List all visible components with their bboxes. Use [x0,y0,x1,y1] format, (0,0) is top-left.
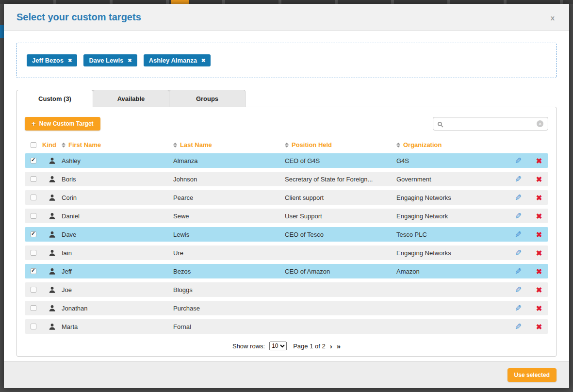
kind-cell [42,194,62,201]
delete-cell: ✖ [530,157,548,164]
delete-icon[interactable]: ✖ [536,157,542,164]
cell-last-name: Purchase [173,305,285,312]
table-row[interactable]: Daniel Sewe User Support Engaging Networ… [25,209,548,223]
row-checkbox-cell [25,324,42,329]
edit-icon[interactable]: ✎ [515,249,522,257]
table-row[interactable]: Joe Bloggs ✎ ✖ [25,282,548,297]
column-label: Position Held [292,141,332,148]
delete-icon[interactable]: ✖ [536,323,542,330]
delete-icon[interactable]: ✖ [536,305,542,312]
edit-icon[interactable]: ✎ [515,175,522,183]
table-row[interactable]: Corin Pearce Client support Engaging Net… [25,190,548,205]
row-checkbox[interactable] [31,158,36,163]
edit-cell: ✎ [507,194,530,202]
table-row[interactable]: Jonathan Purchase ✎ ✖ [25,301,548,315]
row-checkbox-cell [25,305,42,311]
search-box: ✕ [433,117,548,131]
new-custom-target-button[interactable]: + New Custom Target [25,117,100,131]
tab-custom-3[interactable]: Custom (3) [16,90,93,107]
kind-cell [42,249,62,257]
kind-cell [42,323,62,330]
table-row[interactable]: Iain Ure Engaging Networks ✎ ✖ [25,245,548,260]
chip-remove-icon[interactable]: ✖ [128,58,131,63]
delete-icon[interactable]: ✖ [536,176,542,183]
tab-groups[interactable]: Groups [169,90,246,107]
person-icon [49,157,56,164]
delete-icon[interactable]: ✖ [536,268,542,275]
row-checkbox[interactable] [31,268,36,274]
delete-icon[interactable]: ✖ [536,286,542,294]
row-checkbox-cell [25,176,42,182]
delete-cell: ✖ [530,176,548,183]
last-page-button[interactable]: » [337,343,341,350]
cell-organization: Engaging Network [396,212,507,220]
rows-per-page-select[interactable]: 10 [269,342,287,350]
search-input[interactable] [446,120,533,128]
background-page-fragment [0,0,573,4]
row-checkbox[interactable] [31,231,36,237]
column-header[interactable]: First Name [62,141,173,148]
table-row[interactable]: Marta Fornal ✎ ✖ [25,319,548,334]
row-checkbox[interactable] [31,176,36,182]
cell-first-name: Jonathan [62,305,173,312]
selected-target-chip[interactable]: Jeff Bezos ✖ [27,54,77,66]
edit-icon[interactable]: ✎ [515,212,522,220]
row-checkbox[interactable] [31,324,36,329]
edit-icon[interactable]: ✎ [515,323,522,331]
search-icon [438,122,442,126]
table-row[interactable]: Dave Lewis CEO of Tesco Tesco PLC ✎ ✖ [25,227,548,242]
row-checkbox[interactable] [31,250,36,256]
edit-icon[interactable]: ✎ [515,267,522,276]
edit-icon[interactable]: ✎ [515,304,522,312]
cell-organization: Engaging Networks [396,249,507,257]
row-checkbox[interactable] [31,305,36,311]
delete-icon[interactable]: ✖ [536,231,542,238]
kind-cell [42,231,62,238]
edit-icon[interactable]: ✎ [515,157,522,165]
screen: Select your custom targets x Jeff Bezos … [0,0,573,392]
table-row[interactable]: Ashley Almanza CEO of G4S G4S ✎ ✖ [25,153,548,168]
row-checkbox[interactable] [31,195,36,200]
selected-target-chip[interactable]: Ashley Almanza ✖ [144,54,211,66]
row-checkbox[interactable] [31,213,36,219]
chip-remove-icon[interactable]: ✖ [68,58,72,63]
delete-cell: ✖ [530,268,548,275]
table-row[interactable]: Jeff Bezos CEO of Amazon Amazon ✎ ✖ [25,264,548,278]
table-row[interactable]: Boris Johnson Secretary of State for For… [25,172,548,186]
clear-search-icon[interactable]: ✕ [537,120,543,127]
column-header[interactable]: Position Held [285,141,396,148]
cell-position: Client support [285,194,396,201]
use-selected-button[interactable]: Use selected [508,368,557,382]
modal-footer: Use selected [4,361,569,388]
column-header[interactable]: Last Name [173,141,285,148]
page-status: Page 1 of 2 [293,343,326,350]
cell-last-name: Bloggs [173,286,285,294]
selected-target-chip[interactable]: Dave Lewis ✖ [83,54,137,66]
next-page-button[interactable]: › [330,343,332,350]
column-label: Kind [42,141,56,148]
delete-icon[interactable]: ✖ [536,212,542,220]
edit-icon[interactable]: ✎ [515,230,522,239]
cell-organization: G4S [396,157,507,164]
close-button[interactable]: x [551,13,555,21]
edit-icon[interactable]: ✎ [515,194,522,202]
column-header[interactable]: Organization [396,141,507,148]
tab-label: Groups [196,95,218,102]
select-all-checkbox[interactable] [31,142,36,148]
row-checkbox-cell [25,213,42,219]
select-all-cell [25,142,42,148]
edit-icon[interactable]: ✎ [515,286,522,294]
custom-targets-panel: + New Custom Target ✕ Kind First [16,107,557,357]
delete-icon[interactable]: ✖ [536,194,542,201]
edit-cell: ✎ [507,286,530,294]
person-icon [49,212,56,220]
cell-first-name: Corin [62,194,173,201]
sort-icon [396,143,400,147]
tab-available[interactable]: Available [93,90,169,107]
chip-remove-icon[interactable]: ✖ [201,58,205,63]
pagination: Show rows: 10 Page 1 of 2 › » [25,338,548,353]
row-checkbox[interactable] [31,287,36,293]
column-header[interactable]: Kind [42,141,62,148]
delete-icon[interactable]: ✖ [536,249,542,257]
row-checkbox-cell [25,158,42,163]
